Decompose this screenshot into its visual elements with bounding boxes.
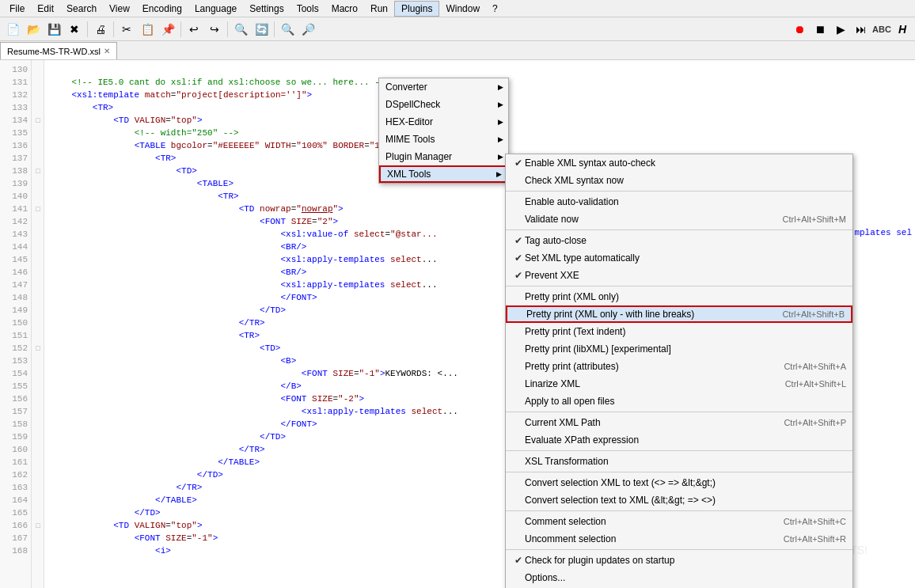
copy-button[interactable]: 📋	[138, 20, 157, 39]
redo-button[interactable]: ↪	[205, 20, 224, 39]
gutter-134[interactable]: □	[32, 114, 44, 127]
xmltools-comment-selection[interactable]: Comment selection Ctrl+Alt+Shift+C	[506, 513, 852, 530]
xmltools-submenu: ✔ Enable XML syntax auto-check Check XML…	[505, 154, 853, 588]
line-num-137: 137	[0, 152, 28, 165]
xmltools-pretty-print-libxml[interactable]: Pretty print (libXML) [experimental]	[506, 340, 852, 358]
zoom-in-button[interactable]: 🔍	[278, 20, 297, 39]
line-num-163: 163	[0, 481, 28, 494]
tab-close-button[interactable]: ✕	[104, 47, 110, 55]
line-num-149: 149	[0, 304, 28, 317]
line-num-158: 158	[0, 418, 28, 431]
xmltools-evaluate-xpath[interactable]: Evaluate XPath expression	[506, 431, 852, 449]
gutter-166[interactable]: □	[32, 519, 44, 532]
paste-button[interactable]: 📌	[158, 20, 177, 39]
xmltools-set-xml-type[interactable]: ✔ Set XML type automatically	[506, 249, 852, 267]
evaluate-xpath-label: Evaluate XPath expression	[525, 434, 846, 446]
line-num-159: 159	[0, 431, 28, 443]
uncomment-selection-shortcut: Ctrl+Alt+Shift+R	[768, 534, 846, 544]
find-replace-button[interactable]: 🔄	[252, 20, 271, 39]
xmltools-validate-now[interactable]: Validate now Ctrl+Alt+Shift+M	[506, 211, 852, 228]
check-enable-syntax: ✔	[512, 157, 525, 169]
gutter-138[interactable]: □	[32, 165, 44, 177]
xmltools-enable-autovalidation[interactable]: Enable auto-validation	[506, 193, 852, 211]
menu-tools[interactable]: Tools	[290, 2, 325, 16]
sep-8	[506, 549, 852, 550]
xmltools-pretty-print-text[interactable]: Pretty print (Text indent)	[506, 323, 852, 340]
xmltools-convert-xml-to-text[interactable]: Convert selection XML to text (<> => &lt…	[506, 474, 852, 491]
xmltools-pretty-print-xml[interactable]: Pretty print (XML only)	[506, 288, 852, 305]
line-num-144: 144	[0, 241, 28, 253]
validate-now-shortcut: Ctrl+Alt+Shift+M	[767, 214, 846, 224]
menu-help[interactable]: ?	[486, 2, 504, 16]
menu-xmltools[interactable]: XML Tools	[379, 165, 508, 183]
xmltools-check-syntax-now[interactable]: Check XML syntax now	[506, 172, 852, 189]
menu-language[interactable]: Language	[188, 2, 243, 16]
stop-button[interactable]: ⏹	[811, 20, 830, 39]
undo-button[interactable]: ↩	[184, 20, 203, 39]
menu-search[interactable]: Search	[60, 2, 103, 16]
line-num-133: 133	[0, 101, 28, 114]
menu-converter[interactable]: Converter	[379, 78, 508, 96]
gutter-163	[32, 481, 44, 494]
menu-view[interactable]: View	[103, 2, 136, 16]
enable-autovalidation-label: Enable auto-validation	[525, 196, 846, 207]
menu-mimetools[interactable]: MIME Tools	[379, 131, 508, 148]
help-icon-button[interactable]: H	[893, 20, 912, 39]
menu-file[interactable]: File	[3, 2, 31, 16]
xmltools-pretty-print-xml-linebreaks[interactable]: Pretty print (XML only - with line break…	[506, 305, 852, 323]
play-button[interactable]: ▶	[831, 20, 850, 39]
xmltools-pretty-print-attr[interactable]: Pretty print (attributes) Ctrl+Alt+Shift…	[506, 358, 852, 375]
new-button[interactable]: 📄	[3, 20, 22, 39]
gutter-156	[32, 393, 44, 405]
convert-xml-text-label: Convert selection XML to text (<> => &lt…	[525, 477, 846, 488]
play-all-button[interactable]: ⏭	[852, 20, 871, 39]
xmltools-current-xml-path[interactable]: Current XML Path Ctrl+Alt+Shift+P	[506, 414, 852, 431]
menu-hexeditor[interactable]: HEX-Editor	[379, 113, 508, 131]
zoom-out-button[interactable]: 🔎	[298, 20, 317, 39]
menu-edit[interactable]: Edit	[31, 2, 60, 16]
xmltools-linarize[interactable]: Linarize XML Ctrl+Alt+Shift+L	[506, 375, 852, 393]
xmltools-enable-syntax-check[interactable]: ✔ Enable XML syntax auto-check	[506, 154, 852, 172]
menu-window[interactable]: Window	[439, 2, 486, 16]
menu-plugins[interactable]: Plugins	[394, 1, 439, 17]
line-num-143: 143	[0, 228, 28, 241]
line-num-152: 152	[0, 342, 28, 355]
line-num-165: 165	[0, 506, 28, 519]
gutter-141[interactable]: □	[32, 203, 44, 215]
xmltools-options[interactable]: Options...	[506, 569, 852, 586]
sep5	[274, 21, 275, 37]
plugins-dropdown-menu: Converter DSpellCheck HEX-Editor MIME To…	[378, 78, 509, 184]
gutter-160	[32, 443, 44, 456]
line-num-155: 155	[0, 380, 28, 393]
check-tag-autoclose: ✔	[512, 235, 525, 246]
record-button[interactable]: ⏺	[790, 20, 809, 39]
gutter-146	[32, 266, 44, 279]
gutter-142	[32, 215, 44, 228]
menu-macro[interactable]: Macro	[325, 2, 364, 16]
gutter-152[interactable]: □	[32, 342, 44, 355]
line-num-140: 140	[0, 190, 28, 203]
xmltools-prevent-xxe[interactable]: ✔ Prevent XXE	[506, 267, 852, 284]
xmltools-check-plugin-updates[interactable]: ✔ Check for plugin updates on startup	[506, 552, 852, 569]
menu-pluginmanager[interactable]: Plugin Manager	[379, 148, 508, 165]
menu-settings[interactable]: Settings	[243, 2, 290, 16]
xmltools-apply-all[interactable]: Apply to all open files	[506, 393, 852, 410]
xmltools-uncomment-selection[interactable]: Uncomment selection Ctrl+Alt+Shift+R	[506, 530, 852, 548]
menu-encoding[interactable]: Encoding	[136, 2, 188, 16]
xmltools-xsl-transform[interactable]: XSL Transformation	[506, 453, 852, 470]
abc-button[interactable]: ABC	[872, 20, 891, 39]
close-button[interactable]: ✖	[65, 20, 84, 39]
line-num-151: 151	[0, 329, 28, 342]
apply-all-label: Apply to all open files	[525, 396, 846, 407]
tab-resume[interactable]: Resume-MS-TR-WD.xsl ✕	[0, 42, 117, 59]
xmltools-convert-text-to-xml[interactable]: Convert selection text to XML (&lt;&gt; …	[506, 491, 852, 509]
xmltools-tag-autoclose[interactable]: ✔ Tag auto-close	[506, 232, 852, 249]
cut-button[interactable]: ✂	[117, 20, 136, 39]
find-button[interactable]: 🔍	[231, 20, 250, 39]
check-plugin-updates: ✔	[512, 555, 525, 566]
print-button[interactable]: 🖨	[91, 20, 110, 39]
save-button[interactable]: 💾	[44, 20, 63, 39]
menu-run[interactable]: Run	[364, 2, 394, 16]
menu-dspellcheck[interactable]: DSpellCheck	[379, 96, 508, 113]
open-button[interactable]: 📂	[24, 20, 43, 39]
